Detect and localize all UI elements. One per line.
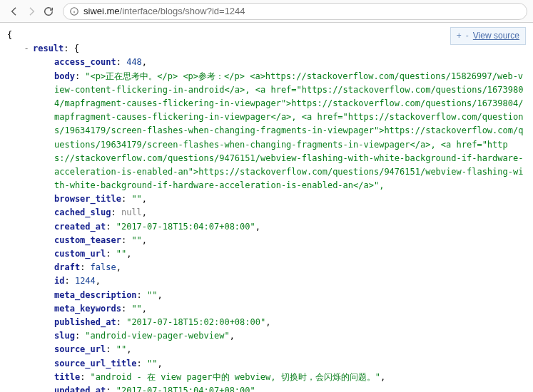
json-viewer: + - View source { -result: { access_coun… (0, 23, 533, 392)
prop-meta_keywords: meta_keywords: "", (7, 302, 526, 316)
prop-draft: draft: false, (7, 261, 526, 274)
url-text: siwei.me/interface/blogs/show?id=1244 (83, 6, 245, 16)
prop-body-key: body: "<p>正在思考中。</p> <p>参考：</p> <a>https… (7, 70, 526, 193)
prop-source_url_title: source_url_title: "", (7, 357, 526, 371)
view-source-panel: + - View source (450, 27, 526, 45)
collapser-icon[interactable]: - (23, 42, 30, 56)
prop-custom_url: custom_url: "", (7, 247, 526, 261)
prop-cached_slug: cached_slug: null, (7, 206, 526, 220)
prop-meta_description: meta_description: "", (7, 289, 526, 302)
root-open-brace: { (7, 29, 526, 42)
prop-access_count: access_count: 448, (7, 56, 526, 69)
prop-title: title: "android - 在 view pager中的 webview… (7, 371, 526, 384)
forward-button[interactable] (23, 3, 40, 20)
prop-published_at: published_at: "2017-07-18T15:02:00+08:00… (7, 316, 526, 329)
prop-body-value: "<p>正在思考中。</p> <p>参考：</p> <a>https://sta… (54, 71, 523, 191)
back-button[interactable] (6, 3, 23, 20)
prop-custom_teaser: custom_teaser: "", (7, 234, 526, 247)
prop-created_at: created_at: "2017-07-18T15:04:07+08:00", (7, 220, 526, 234)
prop-source_url: source_url: "", (7, 343, 526, 356)
browser-toolbar: siwei.me/interface/blogs/show?id=1244 (0, 0, 533, 23)
reload-button[interactable] (40, 3, 57, 20)
result-key-row: -result: { (7, 42, 526, 56)
prop-updated_at: updated_at: "2017-07-18T15:04:07+08:00", (7, 384, 526, 392)
view-source-link[interactable]: View source (473, 29, 519, 43)
prop-browser_title: browser_title: "", (7, 192, 526, 206)
prop-id: id: 1244, (7, 274, 526, 288)
expand-all-button[interactable]: + (457, 29, 462, 43)
address-bar[interactable]: siwei.me/interface/blogs/show?id=1244 (63, 3, 527, 20)
prop-slug: slug: "android-view-pager-webview", (7, 329, 526, 343)
collapse-all-button[interactable]: - (466, 29, 469, 43)
info-icon (69, 6, 79, 16)
